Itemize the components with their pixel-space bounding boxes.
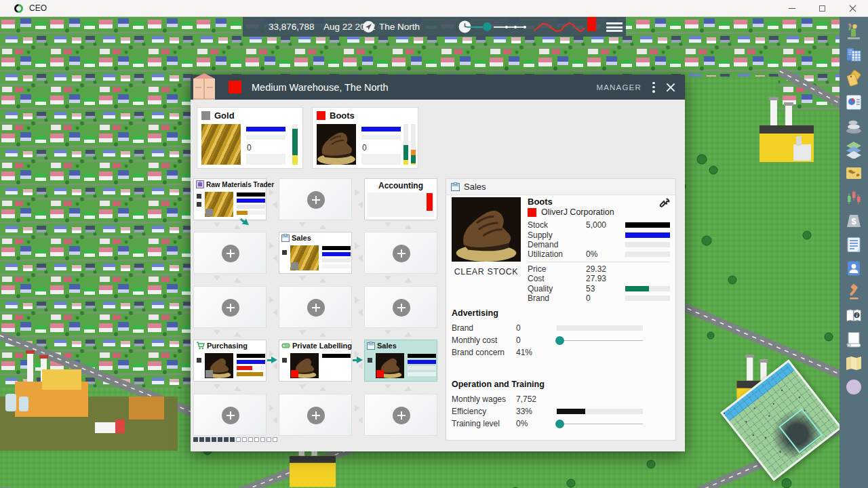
world-map-icon[interactable] [845,165,863,182]
speed-stop-dot[interactable] [505,26,508,28]
empty-unit-slot[interactable] [279,394,352,436]
empty-unit-slot[interactable] [364,232,437,274]
product-card-boots[interactable]: Boots 0 [312,107,418,169]
maximize-button[interactable] [807,0,837,17]
slider-knob[interactable] [555,420,564,428]
hamburger-menu[interactable] [606,22,623,32]
add-unit-icon[interactable] [307,407,325,424]
add-unit-icon[interactable] [307,191,325,209]
settings-wrench-icon[interactable] [659,198,670,209]
add-unit-icon[interactable] [222,407,239,424]
personnel-icon[interactable] [845,260,863,277]
page-dot[interactable] [224,437,229,442]
product-card-gold[interactable]: Gold 0 [197,107,303,169]
stat-label: Supply [528,230,586,240]
speed-track[interactable] [494,26,526,28]
city-map-icon[interactable] [845,354,863,372]
terrain-layers-icon[interactable] [845,117,863,135]
add-unit-icon[interactable] [393,245,410,262]
location-name[interactable]: The North [379,17,420,37]
stat-value: 0 [586,293,625,303]
more-options-icon[interactable] [652,82,655,93]
stat-label: Brand [528,293,586,303]
dialog-close-icon[interactable] [666,83,675,92]
page-dot[interactable] [230,437,235,442]
page-dot[interactable] [242,437,247,442]
page-dot[interactable] [273,437,277,442]
auction-icon[interactable] [845,283,863,301]
training-level-slider[interactable] [557,418,643,430]
sales-icon [367,342,375,350]
slider-knob[interactable] [555,336,564,345]
link-indicator [368,358,372,363]
products-icon[interactable] [845,70,863,87]
speed-slider-knob[interactable] [483,22,492,31]
speed-stop-dot[interactable] [514,26,517,28]
page-dot[interactable] [236,437,241,442]
add-unit-icon[interactable] [222,299,239,317]
page-dot[interactable] [193,437,198,442]
page-dot[interactable] [254,437,259,442]
boots-lower-panel [361,154,401,165]
ceo-presenter-icon[interactable] [845,22,863,40]
panel-header: Sales [446,179,675,195]
add-unit-icon[interactable] [307,299,325,317]
unit-private-labelling[interactable]: Private Labelling [279,340,352,382]
script-icon[interactable] [845,331,863,348]
speed-stop-dot[interactable] [524,26,526,28]
page-dot[interactable] [218,437,222,442]
page-dot[interactable] [212,437,216,442]
speed-track-active[interactable] [467,26,483,28]
finance-icon[interactable]: $ [845,212,863,230]
close-button[interactable] [837,0,868,17]
add-unit-icon[interactable] [222,245,239,262]
unit-pagination[interactable] [193,437,277,442]
firm-list-icon[interactable] [845,46,863,64]
empty-unit-slot[interactable] [193,232,267,274]
unit-accounting[interactable]: Accounting [364,178,437,220]
cash-amount: 33,876,788 [269,17,315,37]
news-report-icon[interactable] [845,236,863,253]
page-dot[interactable] [267,437,271,442]
window-title: CEO [29,3,47,13]
monthly-cost-slider[interactable] [557,334,643,346]
clear-stock-button[interactable]: CLEAR STOCK [448,267,525,277]
view-layers-icon[interactable] [845,141,863,159]
empty-unit-slot[interactable] [364,286,437,328]
empty-unit-slot[interactable] [193,394,267,436]
stat-value: 5,000 [586,220,625,230]
minimize-button[interactable] [776,0,807,17]
add-unit-icon[interactable] [393,299,410,317]
unit-sales-boots-selected[interactable]: Sales [364,340,437,382]
misc-circle-icon[interactable] [845,378,863,396]
page-dot[interactable] [199,437,204,442]
unit-sales-gold[interactable]: Sales [279,232,352,274]
add-unit-icon[interactable] [393,407,410,424]
page-dot[interactable] [248,437,253,442]
dialog-titlebar[interactable]: Medium Warehouse, The North MANAGER [191,75,685,100]
close-icon [849,5,856,12]
stat-bar [625,242,670,247]
manager-button[interactable]: MANAGER [596,83,642,92]
unit-raw-materials-trader[interactable]: Raw Materials Trader [193,178,267,220]
empty-unit-slot[interactable] [279,286,352,328]
unit-swatch [291,370,298,378]
manual-icon[interactable]: i [845,307,863,325]
empty-unit-slot[interactable] [279,178,352,220]
gold-value: 0 [247,143,252,152]
unit-title: Accounting [365,181,437,190]
unit-purchasing[interactable]: Purchasing [193,340,267,382]
stock-market-icon[interactable] [845,188,863,206]
screen: CEO 33,876,788 Aug 22 2012 The North [0,0,868,488]
location-icon[interactable] [363,21,374,33]
boots-supply-bar [361,127,401,131]
stat-label: Stock [528,220,586,230]
page-dot[interactable] [205,437,210,442]
reports-icon[interactable] [845,94,863,111]
performance-mini-chart[interactable] [533,20,586,35]
empty-unit-slot[interactable] [193,286,267,328]
row-label: Monthly wages [452,394,516,404]
empty-unit-slot[interactable] [364,394,437,436]
alert-bar [587,17,596,31]
page-dot[interactable] [260,437,265,442]
